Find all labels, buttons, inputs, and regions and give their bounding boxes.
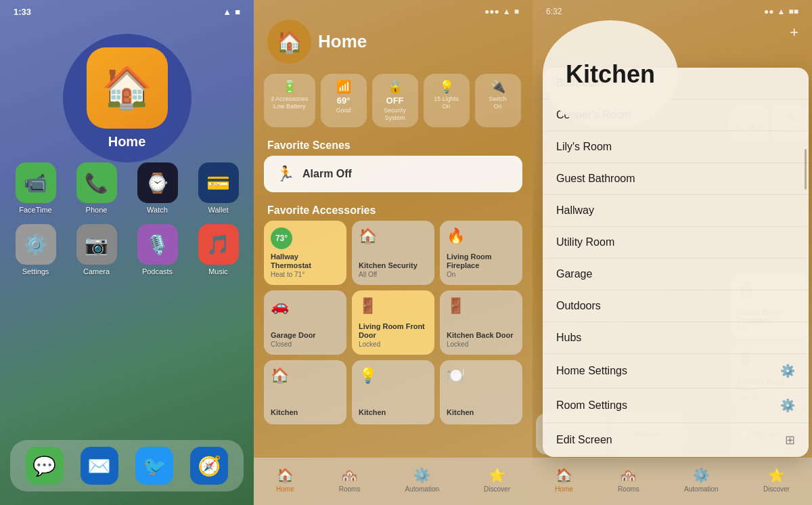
home-app-title: Home <box>318 31 367 52</box>
menu-lilys-room[interactable]: Lily's Room <box>543 131 809 163</box>
lights-status-tile[interactable]: 💡 15 LightsOn <box>424 74 470 127</box>
menu-utility-room[interactable]: Utility Room <box>543 227 809 259</box>
thermostat-card[interactable]: 73° Hallway Thermostat Heat to 71° <box>264 221 346 285</box>
front-door-card[interactable]: 🚪 Living Room Front Door Locked <box>352 290 434 355</box>
status-bar-3: 6:32 ●● ▲ ■■ <box>533 0 812 20</box>
back-door-name: Kitchen Back Door <box>447 331 516 340</box>
dock-mail[interactable]: ✉️ <box>81 447 118 485</box>
switch-status-tile[interactable]: 🔌 SwitchOn <box>475 74 521 127</box>
kitchen1-name: Kitchen <box>271 408 340 417</box>
nav-automation[interactable]: ⚙️ Automation <box>405 467 439 493</box>
add-button[interactable]: + <box>790 24 798 41</box>
settings-label: Settings <box>22 267 49 276</box>
menu-hubs[interactable]: Hubs <box>543 322 809 354</box>
menu-hallway[interactable]: Hallway <box>543 195 809 227</box>
nav-discover[interactable]: ⭐ Discover <box>484 467 510 493</box>
front-door-name: Living Room Front Door <box>359 322 428 340</box>
kitchen-card-2[interactable]: 💡 Kitchen <box>352 360 434 424</box>
wifi-icon-2: ▲ <box>503 7 511 16</box>
status-bar-2: ●●● ▲ ■ <box>254 0 533 20</box>
app-camera[interactable]: 📷 Camera <box>71 224 122 276</box>
nav-rooms[interactable]: 🏘️ Rooms <box>339 467 361 493</box>
home-settings-label: Home Settings <box>556 365 627 377</box>
add-icon: + <box>790 24 798 41</box>
battery-icon-3: ■■ <box>789 7 799 16</box>
kitchen-title: Kitchen <box>566 60 655 89</box>
nav-discover-icon: ⭐ <box>489 467 505 483</box>
security-info: Kitchen Security All Off <box>359 261 428 278</box>
app-music[interactable]: 🎵 Music <box>193 224 244 276</box>
alarm-off-scene[interactable]: 🏃 Alarm Off <box>264 156 522 192</box>
tweetbot-icon: 🐦 <box>135 447 173 485</box>
alarm-icon: 🏃 <box>276 165 294 183</box>
menu-home-settings[interactable]: Home Settings ⚙️ <box>543 354 809 389</box>
status-icons-2: ●●● ▲ ■ <box>484 7 519 16</box>
phone-label: Phone <box>86 206 108 214</box>
app-watch[interactable]: ⌚ Watch <box>132 162 183 214</box>
podcasts-icon: 🎙️ <box>137 224 178 265</box>
scroll-indicator <box>805 149 807 190</box>
menu-room-settings[interactable]: Room Settings ⚙️ <box>543 389 809 423</box>
camera-label: Camera <box>83 267 110 276</box>
security-card[interactable]: 🏠 Kitchen Security All Off <box>352 221 434 285</box>
back-door-status: Locked <box>447 341 516 348</box>
app-facetime[interactable]: 📹 FaceTime <box>10 162 61 214</box>
security-status-tile[interactable]: 🔒 OFF SecuritySystem <box>372 74 418 127</box>
ios-home-screen: 1:33 ▲ ■ 🏠 Home 📹 FaceTime 📞 Phone ⌚ Wat… <box>0 0 254 505</box>
wallet-label: Wallet <box>208 206 228 214</box>
app-podcasts[interactable]: 🎙️ Podcasts <box>132 224 183 276</box>
status-icons-1: ▲ ■ <box>223 7 240 17</box>
hallway-label: Hallway <box>556 204 594 217</box>
nav3-home[interactable]: 🏠 Home <box>555 467 573 493</box>
back-door-info: Kitchen Back Door Locked <box>447 331 516 347</box>
front-door-acc-icon: 🚪 <box>359 297 428 315</box>
music-label: Music <box>208 267 228 276</box>
battery-icon-2: ■ <box>514 7 519 16</box>
home-app-icon[interactable]: 🏠 <box>87 47 168 129</box>
app-dock: 💬 ✉️ 🐦 🧭 <box>10 440 244 491</box>
menu-garage[interactable]: Garage <box>543 259 809 290</box>
phone-icon: 📞 <box>76 162 117 203</box>
watch-label: Watch <box>147 206 168 214</box>
edit-screen-label: Edit Screen <box>556 434 612 446</box>
home-app-screen: ●●● ▲ ■ 🏠 Home 🔋 3 AccessoriesLow Batter… <box>254 0 533 505</box>
temp-status-tile[interactable]: 📶 69° Good <box>321 74 367 127</box>
nav3-rooms[interactable]: 🏘️ Rooms <box>618 467 639 493</box>
thermostat-status: Heat to 71° <box>271 271 340 278</box>
menu-guest-bathroom[interactable]: Guest Bathroom <box>543 163 809 195</box>
home-app-highlight[interactable]: 🏠 Home <box>63 34 191 162</box>
camera-icon: 📷 <box>76 224 117 265</box>
dock-tweetbot[interactable]: 🐦 <box>135 447 173 485</box>
app-settings[interactable]: ⚙️ Settings <box>10 224 61 276</box>
kitchen-card-1[interactable]: 🏠 Kitchen <box>264 360 346 424</box>
temp-tile-icon: 📶 <box>336 79 351 94</box>
fireplace-card[interactable]: 🔥 Living Room Fireplace On <box>440 221 522 285</box>
nav-discover-label: Discover <box>484 485 510 493</box>
app-phone[interactable]: 📞 Phone <box>71 162 122 214</box>
wifi-icon-3: ▲ <box>777 7 786 16</box>
facetime-label: FaceTime <box>19 206 52 214</box>
dock-messages[interactable]: 💬 <box>26 447 64 485</box>
battery-status-tile[interactable]: 🔋 3 AccessoriesLow Battery <box>264 74 315 127</box>
nav3-rooms-icon: 🏘️ <box>620 467 637 483</box>
home-app-logo[interactable]: 🏠 <box>267 20 311 64</box>
back-door-card[interactable]: 🚪 Kitchen Back Door Locked <box>440 290 522 355</box>
menu-edit-screen[interactable]: Edit Screen ⊞ <box>543 423 809 457</box>
lilys-room-label: Lily's Room <box>556 141 612 153</box>
bottom-nav-2: 🏠 Home 🏘️ Rooms ⚙️ Automation ⭐ Discover <box>254 458 533 505</box>
app-grid: 📹 FaceTime 📞 Phone ⌚ Watch 💳 Wallet ⚙️ S… <box>0 156 254 282</box>
nav3-discover[interactable]: ⭐ Discover <box>763 467 790 493</box>
kitchen-card-3[interactable]: 🍽️ Kitchen <box>440 360 522 424</box>
nav-home[interactable]: 🏠 Home <box>276 467 294 493</box>
app-wallet[interactable]: 💳 Wallet <box>193 162 244 214</box>
garage-card[interactable]: 🚗 Garage Door Closed <box>264 290 346 355</box>
menu-outdoors[interactable]: Outdoors <box>543 290 809 322</box>
dock-safari[interactable]: 🧭 <box>190 447 228 485</box>
kitchen3-name: Kitchen <box>447 408 516 417</box>
nav3-automation[interactable]: ⚙️ Automation <box>684 467 719 493</box>
front-door-status: Locked <box>359 341 428 348</box>
settings-icon: ⚙️ <box>16 224 56 265</box>
nav3-discover-icon: ⭐ <box>768 467 785 483</box>
status-tiles: 🔋 3 AccessoriesLow Battery 📶 69° Good 🔒 … <box>254 70 533 134</box>
kitchen1-icon: 🏠 <box>271 367 340 385</box>
